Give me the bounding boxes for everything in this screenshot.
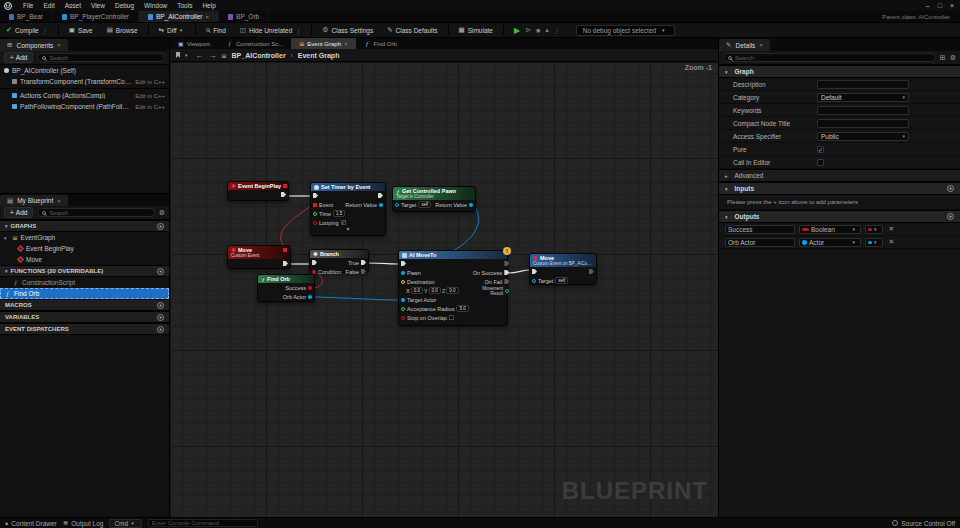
section-variables[interactable]: VARIABLES + (0, 311, 169, 323)
movement-result-pin[interactable] (505, 289, 509, 293)
edit-in-cpp-link[interactable]: Edit in C++ (135, 79, 165, 85)
add-macro-icon[interactable]: + (157, 302, 164, 309)
exec-out-pin[interactable] (283, 261, 288, 266)
close-tab-icon[interactable]: × (759, 42, 763, 48)
class-defaults-button[interactable]: ✎ Class Defaults (381, 23, 443, 37)
add-output-icon[interactable]: + (947, 213, 954, 220)
delete-output-icon[interactable]: ✕ (889, 238, 895, 246)
acceptance-radius-field[interactable]: 5.0 (456, 305, 468, 312)
add-component-button[interactable]: + Add (4, 52, 33, 63)
details-section-graph[interactable]: ▾ Graph (719, 65, 960, 78)
compile-options-icon[interactable]: ⋮ (42, 27, 48, 34)
chevron-down-icon[interactable]: ▾ (185, 52, 188, 58)
on-success-exec-pin[interactable] (504, 270, 509, 275)
output-type-dropdown[interactable]: Actor ▾ (799, 238, 861, 247)
item-event-beginplay[interactable]: Event BeginPlay (0, 243, 169, 254)
expand-advanced-icon[interactable]: ▼ (311, 227, 385, 233)
container-type-dropdown[interactable]: ▾ (865, 238, 883, 247)
item-event-graph[interactable]: ▾ ⊞ EventGraph (0, 232, 169, 243)
frame-skip-button[interactable]: ⊳ (525, 26, 531, 34)
item-find-orb-selected[interactable]: f Find Orb (0, 288, 169, 299)
play-options-icon[interactable]: ⋮ (554, 27, 560, 34)
asset-tab-bp-orb[interactable]: BP_Orb (219, 11, 269, 22)
add-blueprint-item-button[interactable]: + Add (4, 207, 33, 218)
menu-edit[interactable]: Edit (38, 2, 59, 9)
container-type-dropdown[interactable]: ▾ (865, 225, 883, 234)
description-input[interactable] (817, 80, 909, 89)
console-command-input[interactable] (148, 519, 258, 527)
asset-tab-bp-bear[interactable]: BP_Bear (0, 11, 53, 22)
forward-arrow-icon[interactable]: → (209, 51, 217, 60)
source-control-button[interactable]: Source Control Off (892, 520, 955, 527)
node-move-custom-event[interactable]: Move Custom Event (227, 245, 291, 269)
pawn-pin[interactable] (401, 271, 405, 275)
menu-asset[interactable]: Asset (60, 2, 86, 9)
close-icon[interactable]: × (950, 2, 954, 9)
compact-node-title-input[interactable] (817, 119, 909, 128)
class-settings-button[interactable]: ⚙ Class Settings (316, 23, 379, 37)
delete-output-icon[interactable]: ✕ (889, 225, 895, 233)
component-root-row[interactable]: BP_AIController (Self) (0, 65, 169, 76)
delegate-pin[interactable] (283, 184, 287, 188)
stop-on-overlap-pin[interactable] (401, 316, 405, 320)
maximize-icon[interactable]: □ (938, 2, 942, 9)
tab-event-graph[interactable]: ⊞ Event Graph × (291, 38, 355, 49)
output-name-field[interactable]: Orb Actor (725, 238, 795, 247)
output-type-dropdown[interactable]: Boolean ▾ (799, 225, 861, 234)
components-search-input[interactable] (49, 55, 160, 61)
blueprint-settings-gear-icon[interactable]: ⚙ (159, 209, 165, 217)
target-pin[interactable] (532, 279, 536, 283)
node-get-controlled-pawn[interactable]: f Get Controlled Pawn Target is Controll… (392, 186, 476, 212)
content-drawer-button[interactable]: ▴ Content Drawer (5, 519, 57, 527)
stop-on-overlap-checkbox[interactable] (449, 315, 454, 320)
item-event-move[interactable]: Move (0, 254, 169, 265)
delegate-pin[interactable] (283, 248, 287, 252)
target-pin[interactable] (395, 203, 399, 207)
myblueprint-search[interactable] (37, 208, 154, 217)
stop-button[interactable]: ■ (536, 27, 540, 34)
menu-view[interactable]: View (86, 2, 110, 9)
close-tab-icon[interactable]: × (344, 41, 348, 47)
menu-help[interactable]: Help (197, 2, 220, 9)
details-search[interactable] (723, 53, 936, 62)
on-fail-exec-pin[interactable] (504, 279, 509, 284)
target-actor-pin[interactable] (401, 298, 405, 302)
play-button[interactable]: ▶ (514, 26, 520, 35)
looping-pin[interactable] (313, 221, 317, 225)
time-pin[interactable] (313, 212, 317, 216)
menu-tools[interactable]: Tools (172, 2, 197, 9)
looping-checkbox[interactable]: ✓ (341, 220, 346, 225)
component-row-pathfollowing[interactable]: PathFollowingComponent (PathFollowingCom… (0, 101, 169, 112)
bookmark-icon[interactable] (176, 52, 180, 58)
true-exec-pin[interactable] (361, 260, 366, 265)
blueprint-canvas[interactable]: Zoom -1 BLUEPRINT Event BeginPlay (170, 62, 718, 517)
item-construction-script[interactable]: f ConstructionScript (0, 277, 169, 288)
destination-pin[interactable] (401, 280, 405, 284)
acceptance-radius-pin[interactable] (401, 307, 405, 311)
keywords-input[interactable] (817, 106, 909, 115)
debug-object-dropdown[interactable]: No debug object selected ▾ (576, 25, 675, 36)
section-graphs[interactable]: ▾ GRAPHS + (0, 220, 169, 232)
close-tab-icon[interactable]: × (57, 42, 61, 48)
category-dropdown[interactable]: Default ▾ (817, 93, 909, 102)
edit-in-cpp-link[interactable]: Edit in C++ (135, 93, 165, 99)
details-section-advanced[interactable]: ▸ Advanced (719, 169, 960, 182)
false-exec-pin[interactable] (361, 269, 366, 274)
exec-in-pin[interactable] (532, 269, 537, 274)
hide-unrelated-button[interactable]: ◫ Hide Unrelated ⋮ (234, 23, 308, 37)
breadcrumb-root[interactable]: BP_AIController (232, 52, 286, 59)
y-value-field[interactable]: 0.0 (429, 287, 441, 294)
myblueprint-search-input[interactable] (49, 210, 149, 216)
close-tab-icon[interactable]: × (206, 14, 210, 20)
z-value-field[interactable]: 0.0 (446, 287, 458, 294)
section-event-dispatchers[interactable]: EVENT DISPATCHERS + (0, 323, 169, 335)
asset-tab-bp-playercontroller[interactable]: BP_PlayerController (53, 11, 139, 22)
exec-out-pin[interactable] (281, 192, 286, 197)
close-tab-icon[interactable]: × (57, 198, 61, 204)
find-button[interactable]: Find (200, 23, 232, 37)
add-function-icon[interactable]: + (157, 268, 164, 275)
output-name-field[interactable]: Success (725, 225, 795, 234)
tab-find-orb[interactable]: f Find Orb (356, 38, 405, 49)
pure-checkbox[interactable]: ✓ (817, 146, 824, 153)
add-variable-icon[interactable]: + (157, 314, 164, 321)
